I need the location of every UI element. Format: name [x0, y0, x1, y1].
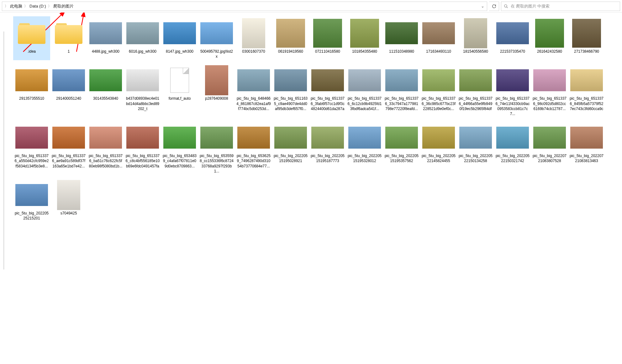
breadcrumb-item[interactable]: Data (D:): [29, 4, 46, 8]
file-item[interactable]: 181540556580: [457, 16, 494, 60]
file-item[interactable]: 291357355510: [13, 63, 50, 118]
file-item[interactable]: pic_5tu_big_20220515195357562: [383, 121, 420, 175]
file-item[interactable]: pic_5tu_big_6513376_74e11f4330cb9ac09535…: [494, 63, 531, 118]
file-item[interactable]: pic_5tu_big_6536259_7496287490d31054b737…: [235, 121, 272, 175]
file-item[interactable]: 271738466790: [568, 16, 605, 60]
file-name: pic_5tu_big_20220721083813463: [569, 153, 604, 163]
chevron-down-icon[interactable]: ⌄: [481, 4, 484, 8]
file-item[interactable]: 291400051240: [50, 63, 87, 118]
file-name: 1: [67, 49, 71, 54]
file-name: pic_5tu_big_6513376_ae9a91c589df37f163a6…: [51, 153, 87, 169]
image-thumbnail: [242, 18, 265, 48]
image-thumbnail: [459, 69, 492, 91]
breadcrumb-item[interactable]: 爬取的图片: [53, 3, 74, 9]
file-item[interactable]: pic_5tu_big_6513376_44f66a55e9fb9490f19e…: [457, 63, 494, 118]
file-item[interactable]: pic_5tu_big_6513376_3fab6f57cc1d9f3c4824…: [309, 63, 346, 118]
file-item[interactable]: pic_5tu_big_20220522150321742: [494, 121, 531, 175]
file-item[interactable]: 6016.jpg_wh300: [124, 16, 161, 60]
file-name: .idea: [27, 49, 36, 54]
image-thumbnail: [422, 127, 455, 149]
file-item[interactable]: 261642432580: [531, 16, 568, 60]
file-item[interactable]: pic_5tu_big_6513376_36c985c677bc23f22852…: [420, 63, 457, 118]
thumbnail: [496, 18, 529, 49]
file-name: pic_5tu_big_6513376_36c985c677bc23f22852…: [421, 96, 456, 111]
thumbnail: [15, 122, 48, 153]
file-item[interactable]: pic_5tu_big_20220522145824455: [420, 121, 457, 175]
file-item[interactable]: pic_5tu_big_20220522150134258: [457, 121, 494, 175]
file-item[interactable]: 4488.jpg_wh300: [87, 16, 124, 60]
folder-item[interactable]: 1: [50, 16, 87, 60]
file-item[interactable]: pic_5tu_big_6535598_cc155336f6c872433768…: [198, 121, 235, 175]
file-item[interactable]: format,f_auto: [161, 63, 198, 118]
file-item[interactable]: b437d08938ec4e01bd14d4a8bbc3ed89202_t: [124, 63, 161, 118]
file-item[interactable]: pic_5tu_big_6513376_6c12cb9b4925fd13fbdf…: [346, 63, 383, 118]
image-thumbnail: [15, 69, 48, 91]
image-thumbnail: [311, 69, 344, 91]
file-name: 221537335470: [499, 49, 526, 54]
content-pane[interactable]: .idea14488.jpg_wh3006016.jpg_wh3008147.j…: [8, 13, 622, 364]
file-item[interactable]: pic_5tu_big_6513376_ba51c76c622fc5f80eb9…: [87, 121, 124, 175]
file-item[interactable]: pic_5tu_big_6511635_c9ae4907de4dd0af95db…: [272, 63, 309, 118]
file-item[interactable]: 301435543840: [87, 63, 124, 118]
file-item[interactable]: pic_5tu_big_6513376_ae9a91c589df37f163a6…: [50, 121, 87, 175]
image-thumbnail: [496, 69, 529, 91]
file-item[interactable]: 072110416580: [309, 16, 346, 60]
file-name: 072110416580: [314, 49, 341, 54]
thumbnail: [533, 122, 566, 153]
thumbnail: [52, 122, 85, 153]
image-thumbnail: [570, 127, 603, 149]
file-item[interactable]: pic_5tu_big_6534839_c4afa67f07811e09d0eb…: [161, 121, 198, 175]
breadcrumb-item[interactable]: 此电脑: [10, 3, 22, 9]
file-name: pic_5tu_big_6513376_74e11f4330cb9ac09535…: [495, 96, 530, 116]
file-item[interactable]: pic_5tu_big_6513376_a550d42cfc959e2f5834…: [13, 121, 50, 175]
file-item[interactable]: 221537335470: [494, 16, 531, 60]
thumbnail: [570, 18, 603, 49]
file-item[interactable]: 500495792.jpg!list2x: [198, 16, 235, 60]
image-thumbnail: [274, 127, 307, 149]
file-item[interactable]: pic_5tu_big_20220721083813463: [568, 121, 605, 175]
search-input[interactable]: 在 爬取的图片 中搜索: [501, 2, 620, 11]
file-item[interactable]: pic_5tu_big_20220515195187773: [309, 121, 346, 175]
image-thumbnail: [237, 69, 270, 91]
thumbnail: [459, 65, 492, 96]
file-item[interactable]: p2876409008: [198, 63, 235, 118]
thumbnail: [274, 122, 307, 153]
breadcrumb[interactable]: 〉 此电脑 〉 Data (D:) 〉 爬取的图片 ⌄: [2, 2, 487, 11]
file-item[interactable]: 101854355480: [346, 16, 383, 60]
file-name: pic_5tu_big_6513376_98c092d5d802cc6169b7…: [532, 96, 567, 111]
document-icon: [170, 68, 189, 93]
file-name: pic_5tu_big_20220522150134258: [458, 153, 493, 163]
file-name: 181540556580: [462, 49, 489, 54]
file-item[interactable]: pic_5tu_big_20220525215201: [13, 178, 50, 222]
file-item[interactable]: 061919419560: [272, 16, 309, 60]
file-item[interactable]: pic_5tu_big_6513376_33c7947a177981798e77…: [383, 63, 420, 118]
file-item[interactable]: 03001607370: [235, 16, 272, 60]
file-item[interactable]: pic_5tu_big_6513376_98c092d5d802cc6169b7…: [531, 63, 568, 118]
image-thumbnail: [163, 127, 196, 149]
file-item[interactable]: pic_5tu_big_20220515195328012: [346, 121, 383, 175]
image-thumbnail: [237, 127, 270, 149]
file-item[interactable]: pic_5tu_big_6513376_845fb5a57379f527ec74…: [568, 63, 605, 118]
file-name: pic_5tu_big_20220522145824455: [421, 153, 456, 163]
image-thumbnail: [276, 19, 305, 48]
file-name: pic_5tu_big_6536259_7496287490d31054b737…: [236, 153, 271, 169]
file-name: pic_5tu_big_6513376_6c12cb9b4925fd13fbdf…: [347, 96, 382, 111]
image-thumbnail: [126, 127, 159, 149]
thumbnail: [274, 65, 307, 96]
file-item[interactable]: 111510348980: [383, 16, 420, 60]
refresh-button[interactable]: [489, 2, 499, 11]
file-item[interactable]: pic_5tu_big_20220721083807528: [531, 121, 568, 175]
folder-item[interactable]: .idea: [13, 16, 50, 60]
file-name: 03001607370: [241, 49, 266, 54]
image-thumbnail: [422, 69, 455, 91]
thumbnail: [570, 122, 603, 153]
file-item[interactable]: 171634493110: [420, 16, 457, 60]
file-item[interactable]: pic_5tu_big_6484664_861867c82ea1af9f774b…: [235, 63, 272, 118]
file-item[interactable]: pic_5tu_big_20220515195028921: [272, 121, 309, 175]
search-icon: [504, 4, 508, 8]
search-placeholder: 在 爬取的图片 中搜索: [511, 3, 550, 9]
image-thumbnail: [89, 22, 122, 44]
file-item[interactable]: pic_5tu_big_6513376_c8c4bf556185e10b69e6…: [124, 121, 161, 175]
file-item[interactable]: s7049425: [50, 178, 87, 222]
file-item[interactable]: 8147.jpg_wh300: [161, 16, 198, 60]
